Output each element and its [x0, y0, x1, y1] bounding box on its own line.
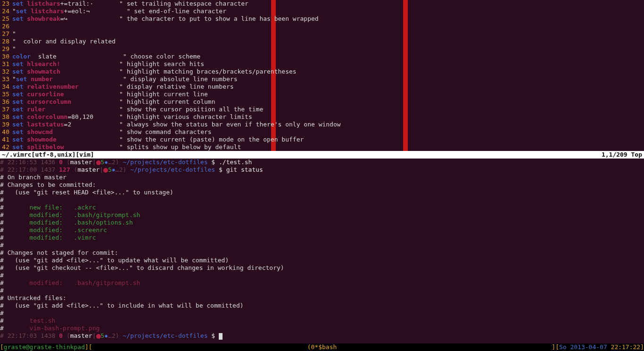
line-number: 39 — [0, 121, 9, 128]
line-number: 41 — [0, 136, 9, 143]
code-content: set showbreak=↪ " the character to put t… — [12, 15, 319, 23]
line-number: 37 — [0, 106, 9, 113]
output-line: # On branch master — [0, 174, 644, 181]
code-content: " color and display related — [12, 38, 116, 45]
vim-line: 31set hlsearch! " highlight search hits — [0, 60, 644, 68]
status-file: ~/.vimrc[utf-8,unix][vim] — [2, 151, 94, 159]
terminal-pane[interactable]: # 22:16:53 1436 0 (master|5✹…2) ~/projec… — [0, 159, 644, 340]
vim-line: 39set laststatus=2 " always show the sta… — [0, 121, 644, 128]
vim-line: 25set showbreak=↪ " the character to put… — [0, 15, 644, 23]
vim-line: 26 — [0, 23, 644, 30]
line-number: 28 — [0, 38, 9, 45]
code-content: set hlsearch! " highlight search hits — [12, 60, 204, 68]
output-line: # Untracked files: — [0, 294, 644, 302]
line-number: 30 — [0, 53, 9, 60]
hostname: graste@graste-thinkpad — [4, 343, 85, 351]
code-content: " — [12, 45, 16, 53]
code-content: set ruler " show the cursor position all… — [12, 106, 263, 113]
vim-line: 28" color and display related — [0, 38, 644, 45]
colorcolumn-120 — [403, 0, 408, 151]
code-content: set cursorline " highlight current line — [12, 91, 208, 98]
vim-line: 34set relativenumber " display relative … — [0, 83, 644, 91]
prompt-line: # 22:17:03 1438 0 (master|5✹…2) ~/projec… — [0, 332, 644, 340]
vim-line: 32set showmatch " highlight matching bra… — [0, 68, 644, 75]
code-content: set showmatch " highlight matching brace… — [12, 68, 297, 75]
staged-file-line: # modified: .bash/options.sh — [0, 219, 644, 226]
code-content: set colorcolumn=80,120 " highlight vario… — [12, 113, 252, 121]
code-content: set cursorcolumn " highlight current col… — [12, 98, 215, 106]
vim-line: 29" — [0, 45, 644, 53]
unstaged-file-line: # test.sh — [0, 317, 644, 325]
code-content: set showcmd " show command characters — [12, 128, 212, 136]
output-line: # (use "git add <file>..." to update wha… — [0, 257, 644, 264]
line-number: 24 — [0, 8, 9, 15]
clock: 22:17:22 — [611, 343, 641, 351]
code-content: color slate " choose color scheme — [12, 53, 200, 60]
vim-line: 41set showmode " show the current (paste… — [0, 136, 644, 143]
line-number: 34 — [0, 83, 9, 91]
line-number: 35 — [0, 91, 9, 98]
code-content: " — [12, 30, 16, 38]
output-line: # — [0, 272, 644, 279]
output-line: # (use "git checkout -- <file>..." to di… — [0, 264, 644, 272]
line-number: 29 — [0, 45, 9, 53]
vim-line: 37set ruler " show the cursor position a… — [0, 106, 644, 113]
vim-line: 24"set listchars+=eol:¬ " set end-of-lin… — [0, 8, 644, 15]
code-content: set relativenumber " display relative li… — [12, 83, 234, 91]
vim-line: 38set colorcolumn=80,120 " highlight var… — [0, 113, 644, 121]
line-number: 36 — [0, 98, 9, 106]
line-number: 32 — [0, 68, 9, 75]
output-line: # — [0, 196, 644, 204]
line-number: 38 — [0, 113, 9, 121]
line-number: 31 — [0, 60, 9, 68]
vim-statusline: ~/.vimrc[utf-8,unix][vim] 1,1/209 Top — [0, 151, 644, 159]
unstaged-file-line: # modified: .bash/gitprompt.sh — [0, 279, 644, 287]
line-number: 26 — [0, 23, 9, 30]
window-indicator: (0*$bash — [307, 343, 337, 351]
code-content: set listchars+=trail:· " set trailing wh… — [12, 0, 248, 8]
staged-file-line: # modified: .screenrc — [0, 226, 644, 234]
colorcolumn-80 — [271, 0, 276, 151]
code-content: "set number " display absolute line numb… — [12, 75, 237, 83]
code-content: set splitbelow " splits show up below by… — [12, 143, 241, 151]
code-content: set laststatus=2 " always show the statu… — [12, 121, 341, 128]
line-number: 40 — [0, 128, 9, 136]
staged-file-line: # modified: .vimrc — [0, 234, 644, 242]
staged-file-line: # modified: .bash/gitprompt.sh — [0, 211, 644, 219]
unstaged-file-line: # vim-bash-prompt.png — [0, 325, 644, 332]
prompt-line: # 22:17:00 1437 127 (master|5✹…2) ~/proj… — [0, 166, 644, 174]
code-content: "set listchars+=eol:¬ " set end-of-line … — [12, 8, 226, 15]
line-number: 23 — [0, 0, 9, 8]
line-number: 25 — [0, 15, 9, 23]
screen-statusbar: [ graste@graste-thinkpad ][ (0*$bash ][ … — [0, 343, 644, 351]
vim-line: 33"set number " display absolute line nu… — [0, 75, 644, 83]
output-line: # — [0, 287, 644, 294]
vim-line: 35set cursorline " highlight current lin… — [0, 91, 644, 98]
vim-line: 23set listchars+=trail:· " set trailing … — [0, 0, 644, 8]
line-number: 33 — [0, 75, 9, 83]
line-number: 42 — [0, 143, 9, 151]
prompt-line: # 22:16:53 1436 0 (master|5✹…2) ~/projec… — [0, 159, 644, 166]
output-line: # — [0, 309, 644, 317]
line-number: 27 — [0, 30, 9, 38]
vim-line: 27" — [0, 30, 644, 38]
vim-line: 40set showcmd " show command characters — [0, 128, 644, 136]
code-content: set showmode " show the current (paste) … — [12, 136, 304, 143]
staged-file-line: # new file: .ackrc — [0, 204, 644, 211]
output-line: # Changes to be committed: — [0, 181, 644, 189]
status-position: 1,1/209 Top — [602, 151, 642, 159]
output-line: # (use "git add <file>..." to include in… — [0, 302, 644, 309]
output-line: # Changes not staged for commit: — [0, 249, 644, 257]
output-line: # (use "git reset HEAD <file>..." to uns… — [0, 189, 644, 196]
vim-line: 42set splitbelow " splits show up below … — [0, 143, 644, 151]
vim-line: 30color slate " choose color scheme — [0, 53, 644, 60]
date: So 2013-04-07 — [559, 343, 607, 351]
vim-editor-pane[interactable]: 23set listchars+=trail:· " set trailing … — [0, 0, 644, 151]
vim-line: 36set cursorcolumn " highlight current c… — [0, 98, 644, 106]
output-line: # — [0, 242, 644, 249]
